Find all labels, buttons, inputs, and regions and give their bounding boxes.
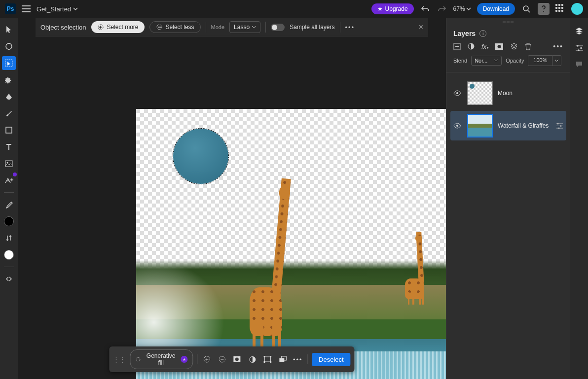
svg-point-27 [456, 125, 458, 127]
more-tools[interactable] [2, 272, 16, 286]
swap-colors[interactable] [2, 231, 16, 245]
layers-panel: ━━━ Layers i fx▾ ••• Blend Nor... Opacit… [446, 18, 570, 379]
hamburger-menu[interactable] [22, 5, 31, 12]
fx-button[interactable]: fx▾ [481, 43, 488, 50]
adjustment-button[interactable] [247, 353, 258, 365]
svg-point-28 [557, 123, 559, 124]
layer-thumbnail [467, 81, 493, 105]
mode-select[interactable]: Lasso [229, 21, 260, 33]
star-icon: ★ [377, 5, 383, 12]
comments-tab-icon[interactable] [575, 61, 583, 68]
layer-item-waterfall[interactable]: Waterfall & Giraffes [450, 111, 566, 140]
ps-logo[interactable]: Ps [5, 3, 16, 14]
svg-point-29 [560, 125, 562, 127]
layer-item-moon[interactable]: Moon [450, 78, 566, 108]
opacity-chevron[interactable] [552, 55, 561, 66]
ai-tool[interactable] [2, 173, 16, 187]
svg-point-2 [6, 43, 12, 49]
chevron-down-icon [466, 7, 471, 10]
svg-point-6 [7, 162, 8, 164]
svg-rect-16 [263, 356, 265, 357]
help-button[interactable] [538, 3, 550, 15]
mask-layer-button[interactable] [495, 43, 503, 50]
close-options-button[interactable]: × [419, 23, 423, 32]
move-tool[interactable] [2, 23, 16, 36]
svg-point-31 [577, 45, 579, 47]
delete-layer-button[interactable] [525, 43, 531, 50]
svg-rect-21 [279, 358, 284, 362]
panel-grip[interactable]: ━━━ [446, 18, 570, 26]
visibility-toggle[interactable] [453, 123, 462, 129]
generative-fill-button[interactable]: Generative fill ★ [130, 349, 193, 369]
brush-tool[interactable] [2, 106, 16, 120]
layers-tab-icon[interactable] [575, 27, 584, 35]
document-title-text: Get_Started [37, 5, 71, 13]
undo-button[interactable] [420, 3, 431, 14]
select-less-button[interactable]: Select less [149, 21, 201, 33]
quick-select-tool[interactable] [2, 73, 16, 87]
svg-point-9 [136, 357, 140, 361]
mode-label: Mode [211, 24, 225, 30]
properties-tab-icon[interactable] [575, 44, 584, 52]
adjustment-layer-button[interactable] [468, 43, 475, 50]
layer-action-row: fx▾ ••• [446, 42, 570, 55]
right-dock-strip [570, 18, 588, 379]
text-tool[interactable] [2, 140, 16, 154]
upgrade-button[interactable]: ★ Upgrade [371, 3, 414, 14]
layer-name: Waterfall & Giraffes [498, 122, 551, 129]
info-icon[interactable]: i [479, 30, 486, 37]
layers-title: Layers [453, 30, 476, 37]
add-selection-button[interactable] [201, 353, 213, 365]
grip-icon[interactable]: ⋮⋮ [113, 356, 126, 363]
giraffe-small [405, 236, 440, 305]
chevron-down-icon [252, 26, 256, 29]
object-select-tool[interactable] [2, 56, 16, 70]
eyedropper-tool[interactable] [2, 198, 16, 211]
top-bar: Ps Get_Started ★ Upgrade 67% Download [0, 0, 588, 18]
upgrade-label: Upgrade [385, 5, 408, 12]
transform-tool[interactable] [2, 39, 16, 53]
zoom-value: 67% [453, 5, 465, 12]
opacity-input[interactable]: 100% [528, 55, 552, 66]
options-bar: Object selection Select more Select less… [36, 18, 428, 36]
add-layer-button[interactable] [453, 43, 461, 50]
image-tool[interactable] [2, 157, 16, 171]
more-options[interactable]: ••• [345, 24, 355, 31]
context-action-bar: ⋮⋮ Generative fill ★ ••• Deselect [109, 346, 354, 372]
subtract-selection-button[interactable] [217, 353, 228, 365]
svg-point-13 [235, 358, 239, 361]
apps-menu[interactable] [555, 4, 565, 14]
redo-button[interactable] [437, 3, 447, 14]
canvas-column: Object selection Select more Select less… [18, 18, 446, 379]
visibility-toggle[interactable] [453, 90, 462, 96]
document-title[interactable]: Get_Started [37, 5, 78, 13]
shape-tool[interactable] [2, 123, 16, 137]
download-button[interactable]: Download [477, 3, 515, 15]
search-button[interactable] [521, 3, 532, 14]
blend-label: Blend [453, 58, 467, 64]
svg-point-25 [498, 45, 501, 48]
transform-selection-button[interactable] [262, 353, 273, 365]
select-more-button[interactable]: Select more [91, 21, 145, 33]
chevron-down-icon [73, 7, 78, 10]
canvas-area[interactable]: ⋮⋮ Generative fill ★ ••• Deselect [18, 36, 446, 379]
layer-settings-icon[interactable] [556, 123, 563, 129]
foreground-color[interactable] [2, 214, 16, 228]
svg-point-32 [580, 47, 582, 49]
layer-stack-button[interactable] [510, 42, 518, 50]
sample-all-layers-toggle[interactable] [271, 24, 285, 31]
moon-selection[interactable] [173, 129, 228, 184]
opacity-label: Opacity [506, 58, 524, 64]
zoom-level[interactable]: 67% [453, 5, 471, 12]
remove-tool[interactable] [2, 90, 16, 103]
background-color[interactable] [2, 248, 16, 262]
layer-menu-button[interactable]: ••• [553, 42, 563, 50]
user-avatar[interactable] [571, 3, 583, 15]
more-actions[interactable]: ••• [292, 353, 303, 365]
layers-list: Moon Waterfall & Giraffes [446, 72, 570, 146]
canvas[interactable] [136, 109, 446, 379]
fill-button[interactable] [277, 353, 289, 365]
deselect-button[interactable]: Deselect [312, 353, 351, 366]
mask-button[interactable] [231, 353, 243, 365]
blend-mode-select[interactable]: Nor... [471, 56, 502, 66]
